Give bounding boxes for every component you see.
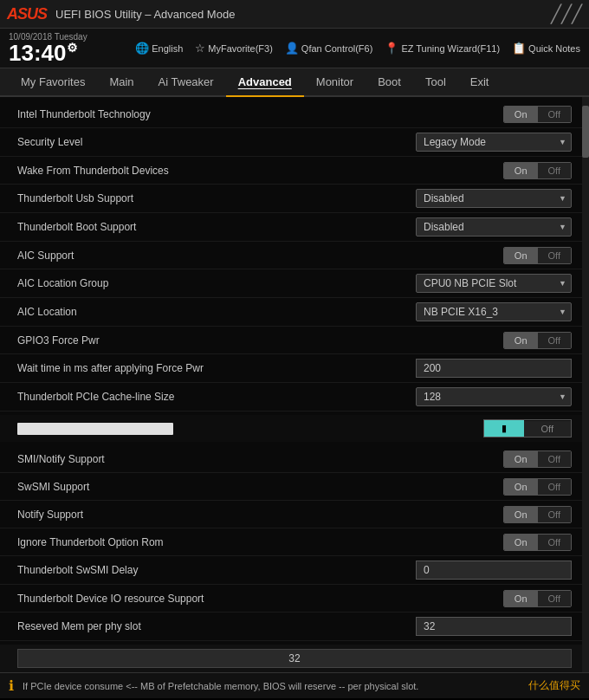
nav-item-tool[interactable]: Tool — [413, 68, 458, 97]
setting-row-aic-support: AIC Support On Off — [0, 242, 589, 269]
aic-loc-group-control: CPU0 NB PCIE Slot CPU1 NB PCIE Slot PCH … — [398, 274, 572, 293]
swsmi-toggle[interactable]: On Off — [503, 478, 572, 496]
toggle-off-gpio3[interactable]: Off — [538, 333, 571, 348]
tb-usb-dropdown[interactable]: Disabled Enabled — [416, 189, 572, 208]
setting-row-notify: Notify Support On Off — [0, 501, 589, 528]
toggle-off-thunderbolt-tech[interactable]: Off — [538, 107, 571, 122]
setting-row-thunderbolt-tech: Intel Thunderbolt Technology On Off — [0, 100, 589, 128]
nav-item-myfavorites[interactable]: My Favorites — [9, 68, 97, 97]
aic-loc-group-dropdown[interactable]: CPU0 NB PCIE Slot CPU1 NB PCIE Slot PCH … — [416, 274, 572, 293]
smi-notify-toggle[interactable]: On Off — [503, 450, 572, 468]
separator-toggle-cyan[interactable]: ▮ — [484, 420, 524, 437]
nav-bar: My Favorites Main Ai Tweaker Advanced Mo… — [0, 68, 589, 97]
language-btn[interactable]: 🌐 English — [135, 42, 183, 55]
nav-item-aitweaker[interactable]: Ai Tweaker — [146, 68, 226, 97]
toggle-on-thunderbolt-tech[interactable]: On — [504, 107, 538, 122]
reseved-mem-input[interactable] — [416, 617, 572, 636]
scrollbar[interactable] — [582, 97, 589, 672]
tb-swsmi-delay-input[interactable] — [416, 561, 572, 580]
reseved-mem-control — [398, 617, 572, 636]
asus-logo: ASUS — [7, 5, 47, 23]
toggle-on-gpio3[interactable]: On — [504, 333, 538, 348]
toggle-on-swsmi[interactable]: On — [504, 479, 538, 495]
setting-label-notify: Notify Support — [17, 509, 398, 521]
setting-row-tb-pcie-cache: Thunderbolt PCIe Cache-line Size 128 64 … — [0, 383, 589, 412]
tb-boot-dropdown[interactable]: Disabled Enabled — [416, 217, 572, 237]
bios-title: UEFI BIOS Utility – Advanced Mode — [55, 8, 235, 21]
aic-support-control: On Off — [398, 247, 572, 264]
eztuning-btn[interactable]: 📍 EZ Tuning Wizard(F11) — [385, 42, 500, 55]
setting-row-ignore-tb-optrom: Ignore Thunderbolt Option Rom On Off — [0, 528, 589, 556]
ignore-tb-optrom-control: On Off — [398, 534, 572, 551]
toggle-on-ignore[interactable]: On — [504, 535, 538, 550]
toggle-off-swsmi[interactable]: Off — [538, 479, 571, 495]
bottom-value-display: 32 — [17, 649, 572, 668]
setting-row-tb-swsmi-delay: Thunderbolt SwSMI Delay — [0, 556, 589, 585]
gpio3-toggle[interactable]: On Off — [503, 332, 572, 349]
quicknotes-btn[interactable]: 📋 Quick Notes — [512, 42, 580, 55]
toggle-on-tb-io[interactable]: On — [504, 591, 538, 606]
tb-boot-control: Disabled Enabled — [398, 217, 572, 237]
wake-thunderbolt-toggle[interactable]: On Off — [503, 162, 572, 179]
tb-usb-control: Disabled Enabled — [398, 189, 572, 208]
header-decoration: ╱╱╱ — [551, 3, 582, 24]
toggle-on-notify[interactable]: On — [504, 507, 538, 522]
toggle-on-wake[interactable]: On — [504, 163, 538, 178]
scrollbar-thumb[interactable] — [582, 106, 589, 158]
separator-toggle-off[interactable]: Off — [524, 421, 571, 437]
header-bar: ASUS UEFI BIOS Utility – Advanced Mode ╱… — [0, 0, 589, 29]
globe-icon: 🌐 — [135, 42, 149, 55]
toggle-on-smi[interactable]: On — [504, 451, 538, 467]
setting-row-swsmi: SwSMI Support On Off — [0, 473, 589, 501]
setting-label-gpio3: GPIO3 Force Pwr — [17, 334, 398, 347]
myfavorite-btn[interactable]: ☆ MyFavorite(F3) — [195, 42, 273, 55]
toggle-off-aic[interactable]: Off — [538, 248, 571, 263]
setting-row-smi-notify: SMI/Notify Support On Off — [0, 445, 589, 473]
tb-boot-dropdown-wrapper: Disabled Enabled — [416, 217, 572, 237]
aic-support-toggle[interactable]: On Off — [503, 247, 572, 264]
wake-thunderbolt-control: On Off — [398, 162, 572, 179]
toggle-off-wake[interactable]: Off — [538, 163, 571, 178]
tb-pcie-cache-dropdown[interactable]: 128 64 32 — [416, 387, 572, 406]
smi-notify-control: On Off — [398, 450, 572, 468]
aic-loc-dropdown[interactable]: NB PCIE X16_3 NB PCIE X16_1 NB PCIE X16_… — [416, 302, 572, 321]
setting-row-aic-loc-group: AIC Location Group CPU0 NB PCIE Slot CPU… — [0, 269, 589, 298]
setting-label-aic-loc-group: AIC Location Group — [17, 277, 398, 289]
thunderbolt-tech-toggle[interactable]: On Off — [503, 106, 572, 123]
notes-icon: 📋 — [512, 42, 526, 55]
nav-item-boot[interactable]: Boot — [366, 68, 413, 97]
setting-label-aic-loc: AIC Location — [17, 306, 398, 318]
security-level-dropdown[interactable]: Legacy Mode User Authorization Secure Co… — [416, 133, 572, 152]
toggle-off-tb-io[interactable]: Off — [538, 591, 571, 606]
separator-toggle-group[interactable]: ▮ Off — [483, 419, 572, 438]
tb-io-toggle[interactable]: On Off — [503, 590, 572, 607]
qfan-btn[interactable]: 👤 Qfan Control(F6) — [285, 42, 373, 55]
nav-item-exit[interactable]: Exit — [458, 68, 502, 97]
footer: ℹ If PCIe device consume <-- MB of Prefe… — [0, 672, 589, 698]
setting-row-wait-time: Wait time in ms after applying Force Pwr — [0, 354, 589, 383]
toggle-off-ignore[interactable]: Off — [538, 535, 571, 550]
tb-pcie-cache-control: 128 64 32 — [398, 387, 572, 406]
fan-icon: 👤 — [285, 42, 299, 55]
notify-toggle[interactable]: On Off — [503, 506, 572, 523]
nav-item-monitor[interactable]: Monitor — [304, 68, 366, 97]
thunderbolt-tech-control: On Off — [398, 106, 572, 123]
setting-label-tb-swsmi-delay: Thunderbolt SwSMI Delay — [17, 564, 398, 576]
toggle-off-smi[interactable]: Off — [538, 451, 571, 467]
tb-io-control: On Off — [398, 590, 572, 607]
nav-item-main[interactable]: Main — [97, 68, 146, 97]
setting-row-tb-io: Thunderbolt Device IO resource Support O… — [0, 585, 589, 612]
ignore-tb-optrom-toggle[interactable]: On Off — [503, 534, 572, 551]
aic-loc-group-dropdown-wrapper: CPU0 NB PCIE Slot CPU1 NB PCIE Slot PCH … — [416, 274, 572, 293]
gpio3-control: On Off — [398, 332, 572, 349]
setting-label-thunderbolt-tech: Intel Thunderbolt Technology — [17, 108, 398, 120]
setting-label-smi-notify: SMI/Notify Support — [17, 453, 398, 465]
toggle-off-notify[interactable]: Off — [538, 507, 571, 522]
toggle-on-aic[interactable]: On — [504, 248, 538, 263]
setting-row-security-level: Security Level Legacy Mode User Authoriz… — [0, 128, 589, 157]
wait-time-input[interactable] — [416, 359, 572, 378]
star-icon: ☆ — [195, 42, 205, 55]
nav-item-advanced[interactable]: Advanced — [226, 68, 304, 97]
setting-label-tb-boot: Thunderbolt Boot Support — [17, 221, 398, 233]
setting-row-aic-loc: AIC Location NB PCIE X16_3 NB PCIE X16_1… — [0, 298, 589, 327]
